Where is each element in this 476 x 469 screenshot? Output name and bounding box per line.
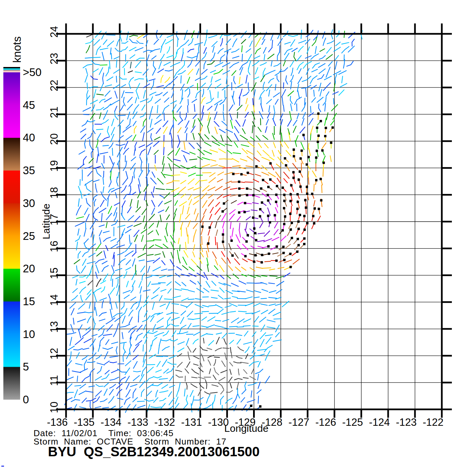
wind-vector [298,46,303,52]
wind-vector [141,229,147,233]
rain-flag [259,215,261,217]
wind-vector [303,61,312,69]
wind-vector [183,257,187,265]
wind-vector [182,89,183,99]
wind-vector [234,133,239,141]
wind-vector [188,173,195,177]
wind-vector [206,281,210,288]
wind-vector [175,370,182,372]
wind-vector [312,37,317,46]
wind-vector [118,259,125,265]
wind-vector [93,180,100,182]
rain-flag [290,193,292,196]
rain-flag [201,225,203,228]
wind-vector [140,266,145,272]
wind-vector [92,57,101,58]
colorbar-tick-label: 25 [23,230,35,242]
wind-vector [221,390,224,394]
wind-vector [162,359,167,367]
wind-vector [156,85,164,87]
wind-vector [207,83,212,90]
wind-vector [110,162,114,172]
wind-vector [137,405,145,408]
x-tick-label: -132 [154,416,175,428]
wind-vector [188,105,188,113]
rain-flag [313,207,316,210]
wind-vector [208,112,210,121]
wind-vector [276,289,282,294]
y-tick-label: 22 [48,80,60,91]
wind-vector [161,172,166,178]
wind-vector [104,98,112,102]
wind-vector [129,176,133,187]
wind-vector [315,46,316,54]
wind-vector [301,163,302,171]
wind-vector [124,68,125,75]
rain-flag [293,148,295,151]
wind-vector [177,141,180,148]
wind-vector [326,113,328,120]
wind-vector [263,239,272,242]
wind-vector [193,252,195,257]
wind-vector [161,269,167,271]
wind-vector [116,275,123,279]
rain-flag [282,187,284,189]
wind-vector [212,41,218,47]
wind-vector [163,244,168,248]
wind-vector [305,98,305,105]
wind-vector [143,344,143,351]
wind-vector [180,245,180,251]
wind-vector [70,351,71,360]
wind-vector [163,121,168,127]
wind-vector [132,280,135,287]
wind-vector [174,159,181,161]
wind-vector [135,97,137,104]
rain-flag [254,232,256,234]
wind-vector [113,84,120,89]
wind-vector [122,206,123,215]
wind-vector [197,143,201,148]
wind-vector [125,376,130,383]
wind-vector [193,133,194,140]
wind-vector [252,125,253,133]
wind-vector [286,75,288,84]
wind-vector [198,133,204,141]
wind-vector [100,113,101,119]
wind-vector [116,302,117,309]
wind-vector [216,202,220,207]
wind-vector [100,152,108,154]
wind-vector [210,214,212,220]
wind-vector [130,297,136,300]
rain-flag [303,215,306,217]
y-tick-label: 19 [48,160,60,172]
wind-vector [159,391,168,393]
wind-vector [239,223,240,230]
wind-vector [236,334,242,336]
wind-vector [127,225,133,228]
wind-vector [223,221,225,228]
wind-vector [194,104,195,112]
wind-vector [201,193,207,199]
wind-vector [140,113,146,118]
wind-vector [237,112,238,118]
wind-vector [133,361,137,368]
wind-vector [260,304,267,305]
wind-vector [186,227,188,237]
wind-vector [102,300,104,308]
wind-vector [195,213,198,221]
rain-flag [276,185,278,187]
wind-vector [103,110,108,120]
wind-vector [261,289,268,292]
wind-vector [180,180,186,184]
wind-vector [155,99,161,104]
wind-vector [221,38,223,46]
wind-vector [204,61,206,69]
wind-vector [117,389,122,396]
wind-vector [114,202,120,205]
wind-vector [184,30,188,40]
wind-vector [96,168,101,177]
wind-vector [201,164,210,167]
wind-vector [148,231,153,234]
wind-vector [243,319,251,322]
wind-vector [250,268,255,271]
